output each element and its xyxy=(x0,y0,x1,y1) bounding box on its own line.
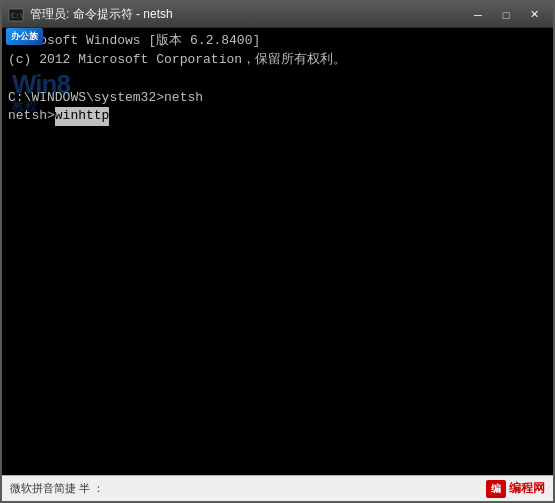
terminal-line-1: Microsoft Windows [版本 6.2.8400] xyxy=(8,32,547,51)
window-title: 管理员: 命令提示符 - netsh xyxy=(30,6,173,23)
terminal-prompt: netsh> xyxy=(8,108,55,123)
terminal-line-4: C:\WINDOWS\system32>netsh xyxy=(8,89,547,108)
window-frame: C:\ 管理员: 命令提示符 - netsh ─ □ ✕ Win8 教程 Mic… xyxy=(0,0,555,503)
ime-status: 微软拼音简捷 半 ： xyxy=(10,481,104,496)
svg-text:C:\: C:\ xyxy=(11,12,24,20)
title-bar-left: C:\ 管理员: 命令提示符 - netsh xyxy=(8,6,173,23)
brand-area: 编 编程网 xyxy=(486,480,545,498)
terminal-line-5: netsh>winhttp xyxy=(8,107,547,126)
terminal-line-2-text: (c) 2012 Microsoft Corporation，保留所有权利。 xyxy=(8,52,346,67)
terminal-command: winhttp xyxy=(55,107,110,126)
brand-name: 编程网 xyxy=(509,480,545,497)
terminal-body[interactable]: Win8 教程 Microsoft Windows [版本 6.2.8400] … xyxy=(2,28,553,475)
maximize-button[interactable]: □ xyxy=(493,6,519,24)
terminal-line-2: (c) 2012 Microsoft Corporation，保留所有权利。 xyxy=(8,51,547,70)
title-bar: C:\ 管理员: 命令提示符 - netsh ─ □ ✕ xyxy=(2,2,553,28)
terminal-icon: C:\ xyxy=(8,7,24,23)
title-bar-controls: ─ □ ✕ xyxy=(465,6,547,24)
status-bar: 微软拼音简捷 半 ： 编 编程网 xyxy=(2,475,553,501)
terminal-line-3 xyxy=(8,70,547,89)
close-button[interactable]: ✕ xyxy=(521,6,547,24)
brand-icon-text: 编 xyxy=(491,482,501,496)
minimize-button[interactable]: ─ xyxy=(465,6,491,24)
brand-icon: 编 xyxy=(486,480,506,498)
brand-badge: 编 编程网 xyxy=(486,480,545,498)
